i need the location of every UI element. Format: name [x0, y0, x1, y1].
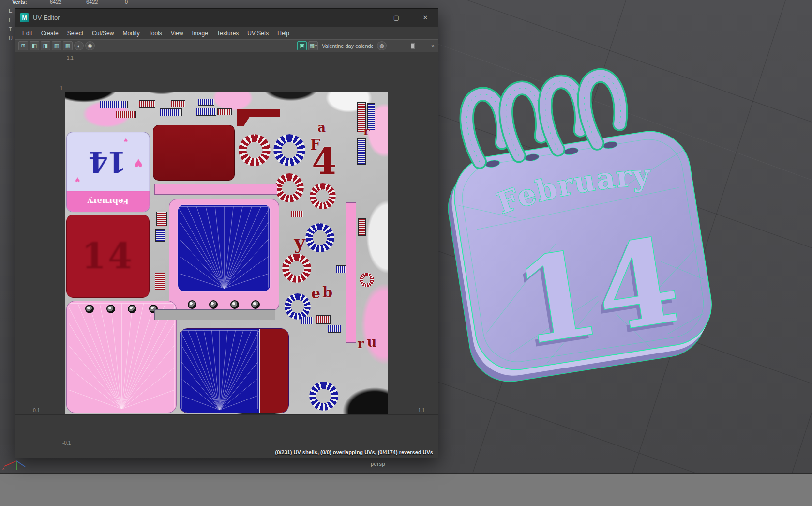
toolbar-left-icons: ⊞◧◨▥▦◐◉ [18, 41, 95, 50]
uv-strip-7 [198, 99, 214, 106]
svg-text:x: x [2, 466, 4, 471]
uv-strip-1 [100, 101, 128, 109]
uv-strip-5 [171, 100, 185, 107]
titlebar[interactable]: M UV Editor – ▢ ✕ [15, 9, 438, 27]
close-button[interactable]: ✕ [413, 9, 438, 27]
checker-map-dropdown[interactable]: ▩▾ [308, 41, 318, 50]
uv-strip-8 [217, 108, 232, 116]
minimize-button[interactable]: – [355, 9, 380, 27]
uv-letter-r: r [357, 337, 364, 350]
uv-letter-r: r [363, 125, 370, 137]
uv-torus-ring-1 [239, 134, 271, 166]
hud-verts-label: Verts: [12, 0, 27, 5]
menu-help[interactable]: Help [273, 27, 294, 40]
uv-shell-border-icon[interactable]: ◧ [30, 41, 39, 50]
maya-application: February 14 14 Verts: 6422 6422 0 EFTU x… [0, 0, 812, 506]
uv-torus-ring-2 [273, 134, 305, 166]
uv-strip-6 [196, 108, 216, 116]
globe-texture-icon[interactable]: ◍ [377, 41, 387, 50]
heart-icon: ♥ [124, 137, 128, 143]
uv-torus-ring-4 [310, 183, 336, 209]
window-title: UV Editor [33, 14, 351, 21]
tile-layout-icon[interactable]: ⊞ [18, 41, 28, 50]
menu-tools[interactable]: Tools [144, 27, 166, 40]
uv-strip-4 [160, 108, 182, 116]
uv-red-spine [259, 329, 288, 413]
uv-strip-15 [328, 325, 341, 333]
uv-pink-column [346, 202, 356, 343]
pixel-snap-icon[interactable]: ▦ [63, 41, 73, 50]
heart-icon: ♥ [75, 176, 80, 184]
uv-island-red-page: 14 [66, 215, 150, 297]
model-day-text: 14 [507, 212, 688, 372]
uv-torus-ring-5 [305, 223, 334, 252]
calendar-3d-model[interactable]: February 14 14 [431, 46, 745, 385]
menu-textures[interactable]: Textures [212, 27, 243, 40]
uv-letter-b: b [322, 285, 332, 300]
chevron-down-icon: ▾ [315, 44, 317, 48]
uv-strip-2 [116, 111, 136, 118]
uv-knob-row [85, 305, 158, 313]
menu-bar: EditCreateSelectCut/SewModifyToolsViewIm… [15, 27, 438, 39]
uv-grid-icon[interactable]: ▥ [52, 41, 61, 50]
image-dim-slider[interactable] [391, 43, 426, 49]
axis-label: -0.1 [62, 440, 71, 445]
dim-image-icon[interactable]: ◐ [74, 41, 84, 50]
menu-uv-sets[interactable]: UV Sets [243, 27, 273, 40]
menu-modify[interactable]: Modify [118, 27, 144, 40]
menu-create[interactable]: Create [37, 27, 63, 40]
hud-clipped-label: T [9, 26, 12, 32]
grid-line-u1 [388, 52, 388, 458]
texture-name-label[interactable]: Valentine day calenda [322, 43, 373, 49]
uv-red-day-text: 14 [82, 235, 134, 276]
hud-clipped-label: U [9, 35, 13, 41]
uv-blue-panel [177, 204, 271, 292]
time-slider-area[interactable] [0, 473, 812, 506]
uv-torus-ring-6 [282, 254, 311, 283]
uv-strip-16 [336, 265, 346, 273]
grid-line-v0 [15, 414, 438, 415]
uv-letter-4: 4 [312, 143, 337, 179]
uv-strip-3 [139, 100, 155, 108]
uv-overlap-icon[interactable]: ◨ [41, 41, 50, 50]
uv-canvas[interactable]: 1.1 1 -0.1 1.1 -0.1 February 14 ♥ ♥ ♥ [15, 52, 438, 458]
axis-label: 1.1 [418, 408, 425, 413]
expand-toolbar-icon[interactable]: » [431, 43, 435, 49]
uv-february-banner: February [67, 191, 150, 212]
menu-image[interactable]: Image [188, 27, 212, 40]
hud-clipped-label: E [9, 8, 12, 14]
uv-editor-window: M UV Editor – ▢ ✕ EditCreateSelectCut/Se… [15, 8, 438, 458]
uv-island-back-cover [153, 125, 235, 181]
maximize-button[interactable]: ▢ [384, 9, 409, 27]
uv-strip-13 [301, 317, 313, 324]
uv-letter-a: a [317, 121, 326, 134]
checker-icon: ▩ [310, 43, 315, 49]
uv-knob-row [188, 300, 260, 309]
shaded-uv-icon[interactable]: ◉ [85, 41, 95, 50]
menu-edit[interactable]: Edit [18, 27, 37, 40]
axis-label: 1.1 [67, 55, 74, 61]
uv-gray-bar [154, 309, 275, 320]
uv-statistics: (0/231) UV shells, (0/0) overlapping UVs… [275, 449, 433, 455]
uv-torus-ring-7 [285, 293, 311, 320]
uv-torus-ring-9 [360, 273, 374, 287]
uv-month-text: February [88, 197, 129, 206]
uv-torus-ring-3 [275, 173, 304, 202]
maya-logo-icon: M [20, 13, 29, 22]
uv-blue-panel [180, 329, 259, 413]
uv-red-wedge [237, 109, 280, 126]
menu-cut-sew[interactable]: Cut/Sew [88, 27, 118, 40]
uv-letter-e: e [311, 286, 320, 301]
toolbar: ⊞◧◨▥▦◐◉ ▣ ▩▾ Valentine day calenda ◍ » [15, 39, 438, 52]
menu-select[interactable]: Select [63, 27, 88, 40]
hud-verts-value-1: 6422 [50, 0, 61, 5]
uv-strip-14 [316, 315, 331, 324]
uv-strip-17 [291, 211, 303, 217]
uv-pink-bar [154, 184, 277, 195]
slider-thumb[interactable] [411, 43, 415, 49]
display-image-button[interactable]: ▣ [297, 41, 307, 50]
uv-letter-u: u [367, 336, 376, 349]
uv-day-text: 14 [90, 145, 127, 178]
uv-strip-12 [358, 218, 366, 236]
menu-view[interactable]: View [166, 27, 188, 40]
